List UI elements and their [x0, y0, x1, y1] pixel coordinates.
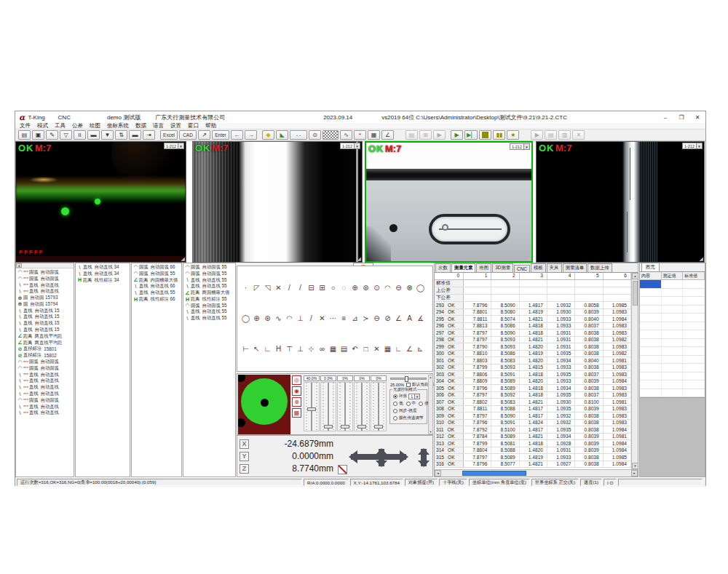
- feature-row[interactable]: \直线自动直线 34: [76, 271, 130, 277]
- element-row[interactable]: [640, 322, 705, 331]
- results-row[interactable]: 308OK7.88118.50881.48171.09350.80391.098…: [435, 406, 631, 413]
- tool-icon[interactable]: ◸: [251, 284, 262, 292]
- scrollbar-thumb[interactable]: [462, 471, 526, 476]
- light-panel-scrollbar[interactable]: ▲ ▼: [428, 375, 433, 434]
- tool-icon[interactable]: /: [284, 284, 295, 292]
- tool-icon[interactable]: ▤: [339, 345, 349, 353]
- funnel-button[interactable]: ▼: [101, 130, 114, 140]
- camera-4-selector[interactable]: 1-212 ▾: [682, 143, 703, 149]
- feature-row[interactable]: \直线自动直线 15: [17, 314, 74, 321]
- feature-row[interactable]: ◠圆弧自动圆弧 55: [184, 271, 235, 277]
- results-tab-3D测量[interactable]: 3D测量: [492, 263, 513, 272]
- results-row[interactable]: 304OK7.88098.50891.48201.09330.80391.098…: [435, 378, 631, 386]
- results-special-row[interactable]: 标准值: [435, 280, 631, 287]
- tool-icon[interactable]: ↖: [251, 345, 262, 353]
- tool-icon[interactable]: ∞: [317, 345, 328, 353]
- tool-icon[interactable]: ✕: [317, 314, 328, 322]
- tool-icon[interactable]: ↶: [349, 345, 360, 353]
- feature-row[interactable]: H距离线性标注 34: [76, 277, 130, 284]
- feature-row[interactable]: \直线自动直线 15: [17, 320, 74, 327]
- results-row[interactable]: 294OK7.88018.50801.48191.09300.80391.098…: [435, 309, 631, 316]
- light-slider-thumb[interactable]: [307, 407, 316, 411]
- light-slider-track[interactable]: [337, 382, 353, 431]
- feature-row[interactable]: H距离线性标注 55: [184, 296, 235, 303]
- tool-icon[interactable]: ⋯: [328, 314, 339, 322]
- feature-row[interactable]: ⊘直径标注15802: [17, 352, 74, 359]
- feature-row[interactable]: \***直线自动直线: [17, 378, 74, 385]
- curve-button[interactable]: ∿: [340, 130, 352, 140]
- camera-3-selector[interactable]: 1-212 ▾: [510, 143, 530, 150]
- feature-row[interactable]: ∠距离两直线平均距: [17, 340, 74, 346]
- results-row[interactable]: 303OK7.88068.50911.48181.09350.80371.098…: [435, 371, 631, 378]
- zoom-button[interactable]: ⊙: [309, 130, 321, 140]
- results-tab-测量元素[interactable]: 测量元素: [451, 263, 476, 272]
- scrollbar-thumb[interactable]: [633, 281, 638, 306]
- resize-grip-icon[interactable]: ◢: [527, 255, 531, 261]
- tool-icon[interactable]: ⊿: [349, 314, 360, 322]
- tool-icon[interactable]: ⊥: [295, 345, 306, 353]
- scroll-up-icon[interactable]: ▲: [430, 375, 432, 379]
- element-row[interactable]: [640, 280, 705, 289]
- image-button[interactable]: ◣: [276, 130, 288, 140]
- save-button[interactable]: ▤: [18, 130, 31, 140]
- star-button[interactable]: *: [354, 130, 366, 140]
- camera-view-1[interactable]: OK M:7 FFFFF 1-212 ▾ ◢: [15, 141, 186, 263]
- resize-grip-icon[interactable]: ◢: [357, 256, 361, 262]
- camera-view-2[interactable]: OK M:7 1-212 ▾ ◢: [192, 141, 363, 263]
- feature-row[interactable]: ◠***圆弧自动圆弧: [17, 397, 74, 404]
- tool-icon[interactable]: ◹: [262, 284, 273, 292]
- results-row[interactable]: 316OK7.87968.50771.48211.09270.80381.098…: [435, 461, 631, 469]
- tool-icon[interactable]: ◠: [284, 314, 295, 322]
- tool-icon[interactable]: A: [404, 314, 415, 322]
- results-row[interactable]: 310OK7.87968.50911.48241.09320.80381.098…: [435, 420, 631, 427]
- element-row[interactable]: [640, 380, 705, 389]
- tool-icon[interactable]: ⊛: [360, 284, 371, 292]
- feature-row[interactable]: \***直线自动直线: [17, 288, 74, 295]
- tool-icon[interactable]: ⊞: [317, 284, 328, 292]
- level-radio-1[interactable]: [393, 402, 397, 406]
- menu-item-7[interactable]: 数据: [135, 122, 146, 129]
- results-row[interactable]: 302OK7.87998.50931.48151.09330.80381.098…: [435, 364, 631, 372]
- tool-icon[interactable]: ∿: [273, 314, 284, 322]
- master-light-slider[interactable]: [390, 378, 427, 380]
- stop-button[interactable]: [479, 130, 491, 140]
- results-row[interactable]: 299OK7.87908.50931.48201.09310.80381.098…: [435, 343, 631, 351]
- ring-radio[interactable]: [393, 394, 397, 399]
- results-row[interactable]: 300OK7.88108.50861.48191.09350.80381.098…: [435, 351, 631, 358]
- tools-disabled-button[interactable]: ✕: [572, 130, 585, 140]
- tool-icon[interactable]: ✕: [273, 284, 284, 292]
- feature-row[interactable]: ◠***圆弧自动圆弧: [17, 365, 74, 372]
- shield-button[interactable]: ▽: [60, 130, 72, 140]
- results-tab-数据上传[interactable]: 数据上传: [587, 263, 612, 272]
- scroll-left-icon[interactable]: ◄: [16, 263, 22, 268]
- tool-icon[interactable]: ∠: [393, 314, 404, 322]
- tool-icon[interactable]: ▦: [382, 345, 393, 353]
- tool-icon[interactable]: ∟: [262, 345, 273, 353]
- element-row[interactable]: [640, 297, 705, 306]
- jog-vertical-arrow[interactable]: [379, 449, 384, 466]
- menu-item-9[interactable]: 设置: [170, 122, 181, 129]
- feature-row[interactable]: \直线自动直线 55: [132, 290, 181, 296]
- feature-row[interactable]: ⊘直径标注15801: [17, 346, 74, 353]
- level-radio-2[interactable]: [406, 402, 411, 406]
- resize-grip-icon[interactable]: ◢: [181, 256, 185, 262]
- tool-icon[interactable]: ⊢: [240, 345, 251, 353]
- tool-icon[interactable]: /: [295, 284, 306, 292]
- light-slider-thumb[interactable]: [324, 425, 333, 428]
- feature-row[interactable]: ◠圆弧自动圆弧 55: [184, 303, 235, 309]
- tool-icon[interactable]: ◠: [382, 284, 393, 292]
- results-row[interactable]: 298OK7.87978.50931.48211.09310.80381.098…: [435, 337, 631, 344]
- element-row[interactable]: [640, 364, 705, 372]
- results-tab-模板[interactable]: 模板: [531, 263, 546, 272]
- runner-button[interactable]: ★: [507, 130, 519, 140]
- feature-row[interactable]: \直线自动直线 34: [76, 264, 130, 271]
- results-row[interactable]: 305OK7.87968.50891.48181.09340.80381.098…: [435, 385, 631, 392]
- results-tab-测量清单[interactable]: 测量清单: [563, 263, 587, 272]
- results-row[interactable]: 296OK7.88138.50861.48181.09330.80371.098…: [435, 323, 631, 330]
- results-vertical-scrollbar[interactable]: ▲ ▼: [631, 273, 638, 469]
- menu-item-6[interactable]: 坐标系统: [107, 122, 129, 129]
- ring-light-button-2[interactable]: ◉: [292, 386, 301, 396]
- enter-button[interactable]: Enter: [212, 130, 229, 140]
- feature-row[interactable]: \直线自动直线 55: [184, 309, 235, 316]
- tool-icon[interactable]: ≡: [339, 314, 349, 322]
